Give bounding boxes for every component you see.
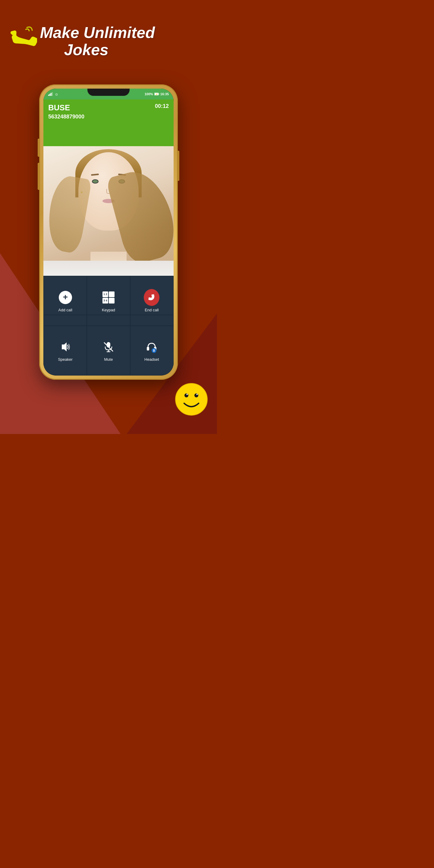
svg-point-24 [196,394,198,395]
phone-notch [87,89,130,96]
header-area: Make Unlimited Jokes [6,6,211,61]
time-text: 16:35 [160,92,169,96]
svg-marker-11 [62,342,67,351]
call-controls: + Add call 1 2 3 4 Keypad [43,276,174,375]
caller-name: BUSE [48,103,169,113]
hair-right [105,165,174,266]
speaker-icon [58,339,73,355]
mute-icon [101,339,116,355]
end-call-icon [144,290,159,305]
power-button[interactable] [178,151,179,181]
svg-point-20 [176,383,207,415]
volume-down-button[interactable] [38,163,39,190]
hair-left [43,174,92,254]
svg-text:⚡: ⚡ [156,93,158,96]
header-title-line1: Make Unlimited [40,24,155,41]
speaker-label: Speaker [58,357,72,362]
signal-icon [48,92,53,96]
battery-icon: ⚡ [154,93,159,96]
svg-rect-2 [51,93,52,96]
headset-label: Headset [144,357,159,362]
svg-rect-3 [52,92,53,96]
svg-text:⊙: ⊙ [55,93,58,96]
keypad-label: Keypad [102,308,115,312]
contact-photo [43,146,174,276]
call-timer: 00:12 [155,103,169,110]
phone-device: ⊙ 100% ⚡ 16:35 BUSE 563248879000 00:12 [39,84,178,380]
svg-rect-1 [50,94,50,96]
header-title-line2: Jokes [64,41,108,59]
status-bar-left: ⊙ [48,92,59,96]
svg-rect-16 [147,347,149,350]
svg-rect-6 [158,93,159,95]
status-bar-right: 100% ⚡ 16:35 [145,92,169,96]
add-call-label: Add call [59,308,72,312]
speaker-button[interactable]: Speaker [44,326,87,375]
add-call-icon: + [58,290,73,305]
end-call-button[interactable]: End call [130,276,173,326]
caller-number: 563248879000 [48,114,169,120]
call-header: BUSE 563248879000 00:12 [43,99,174,146]
keypad-button[interactable]: 1 2 3 4 Keypad [87,276,130,326]
headset-icon: B [144,339,159,355]
svg-point-23 [187,394,188,395]
volume-up-button[interactable] [38,138,39,157]
mute-button[interactable]: Mute [87,326,130,375]
wifi-icon: ⊙ [55,92,59,96]
svg-text:B: B [153,349,155,352]
svg-rect-0 [48,95,49,96]
keypad-icon: 1 2 3 4 [101,290,116,305]
svg-point-22 [194,393,198,397]
mute-label: Mute [104,357,113,362]
phone-screen: ⊙ 100% ⚡ 16:35 BUSE 563248879000 00:12 [43,89,174,375]
add-call-button[interactable]: + Add call [44,276,87,326]
battery-text: 100% [145,92,153,96]
svg-point-21 [184,393,188,397]
smiley-emoji [175,383,208,416]
headset-button[interactable]: B Headset [130,326,173,375]
phone-waves-icon [9,24,37,54]
svg-text:+: + [63,292,67,302]
person-face [43,146,174,276]
end-call-label: End call [145,308,158,312]
